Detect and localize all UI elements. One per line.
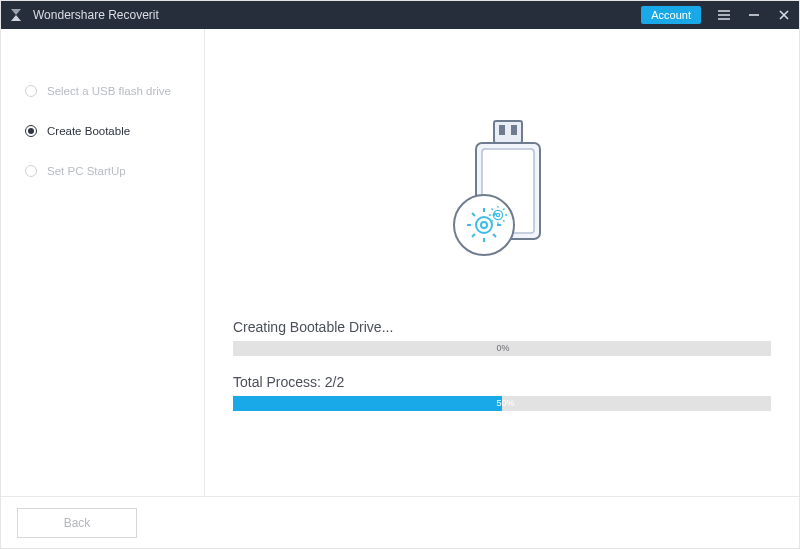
app-body: Select a USB flash drive Create Bootable… [1, 29, 799, 496]
creating-label: Creating Bootable Drive... [233, 319, 771, 335]
svg-marker-1 [11, 15, 21, 21]
radio-icon [25, 125, 37, 137]
svg-point-7 [454, 195, 514, 255]
total-progress-bar: 50% [233, 396, 771, 411]
sidebar: Select a USB flash drive Create Bootable… [1, 29, 205, 496]
creating-progress-percent: 0% [497, 341, 510, 356]
hamburger-menu-icon[interactable] [709, 1, 739, 29]
app-logo-icon [7, 6, 25, 24]
total-progress-fill [233, 396, 502, 411]
close-icon[interactable] [769, 1, 799, 29]
svg-marker-0 [11, 9, 21, 15]
usb-gear-icon [442, 119, 562, 263]
step-label: Select a USB flash drive [47, 85, 171, 97]
creating-progress-bar: 0% [233, 341, 771, 356]
total-section: Total Process: 2/2 50% [233, 374, 771, 411]
app-title: Wondershare Recoverit [33, 8, 159, 22]
creating-section: Creating Bootable Drive... 0% [233, 319, 771, 356]
radio-icon [25, 85, 37, 97]
minimize-icon[interactable] [739, 1, 769, 29]
radio-icon [25, 165, 37, 177]
step-select-usb[interactable]: Select a USB flash drive [25, 85, 204, 97]
step-set-pc-startup[interactable]: Set PC StartUp [25, 165, 204, 177]
step-create-bootable[interactable]: Create Bootable [25, 125, 204, 137]
svg-rect-4 [511, 125, 517, 135]
titlebar: Wondershare Recoverit Account [1, 1, 799, 29]
account-button[interactable]: Account [641, 6, 701, 24]
step-label: Set PC StartUp [47, 165, 126, 177]
svg-rect-3 [499, 125, 505, 135]
app-window: Wondershare Recoverit Account Select a U… [0, 0, 800, 549]
back-button[interactable]: Back [17, 508, 137, 538]
svg-rect-2 [494, 121, 522, 143]
main-panel: Creating Bootable Drive... 0% Total Proc… [205, 29, 799, 496]
total-progress-percent: 50% [497, 396, 515, 411]
footer: Back [1, 496, 799, 548]
total-label: Total Process: 2/2 [233, 374, 771, 390]
step-label: Create Bootable [47, 125, 130, 137]
